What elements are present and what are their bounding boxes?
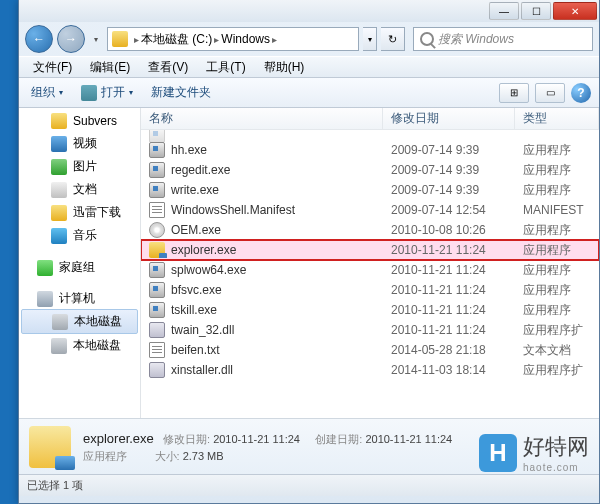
column-type[interactable]: 类型 [515, 108, 599, 129]
file-date-cell: 2009-07-14 9:39 [383, 143, 515, 157]
table-row[interactable]: twain_32.dll2010-11-21 11:24应用程序扩 [141, 320, 599, 340]
minimize-button[interactable]: — [489, 2, 519, 20]
close-button[interactable]: ✕ [553, 2, 597, 20]
table-row[interactable]: splwow64.exe2010-11-21 11:24应用程序 [141, 260, 599, 280]
open-button[interactable]: 打开 ▾ [77, 82, 137, 103]
sidebar-item[interactable]: 图片 [19, 155, 140, 178]
sidebar-local-disk-2[interactable]: 本地磁盘 [19, 334, 140, 357]
table-row[interactable]: xinstaller.dll2014-11-03 18:14应用程序扩 [141, 360, 599, 380]
sidebar-item-label: 迅雷下载 [73, 204, 121, 221]
file-date-cell: 2009-07-14 9:39 [383, 183, 515, 197]
refresh-button[interactable]: ↻ [381, 27, 405, 51]
column-headers: 名称 修改日期 类型 [141, 108, 599, 130]
status-text: 已选择 1 项 [27, 478, 83, 493]
sidebar-item[interactable]: 视频 [19, 132, 140, 155]
column-date[interactable]: 修改日期 [383, 108, 515, 129]
nav-history-dropdown[interactable]: ▾ [89, 29, 103, 49]
file-date-cell: 2010-11-21 11:24 [383, 323, 515, 337]
table-row[interactable]: regedit.exe2009-07-14 9:39应用程序 [141, 160, 599, 180]
menu-view[interactable]: 查看(V) [140, 57, 196, 78]
sidebar-item[interactable]: Subvers [19, 110, 140, 132]
address-dropdown[interactable]: ▾ [363, 27, 377, 51]
table-row[interactable]: tskill.exe2010-11-21 11:24应用程序 [141, 300, 599, 320]
table-row[interactable]: bfsvc.exe2010-11-21 11:24应用程序 [141, 280, 599, 300]
search-input[interactable]: 搜索 Windows [413, 27, 593, 51]
back-button[interactable]: ← [25, 25, 53, 53]
table-row[interactable] [141, 130, 599, 140]
file-icon [149, 222, 165, 238]
toolbar: 组织 ▾ 打开 ▾ 新建文件夹 ⊞ ▭ ? [19, 78, 599, 108]
file-date-cell: 2010-10-08 10:26 [383, 223, 515, 237]
breadcrumb-folder[interactable]: Windows [221, 32, 270, 46]
file-icon [149, 182, 165, 198]
file-name-cell: tskill.exe [141, 302, 383, 318]
sidebar-computer[interactable]: 计算机 [19, 286, 140, 309]
navbar: ← → ▾ ▸ 本地磁盘 (C:) ▸ Windows ▸ ▾ ↻ 搜索 Win… [19, 22, 599, 56]
maximize-button[interactable]: ☐ [521, 2, 551, 20]
breadcrumb-drive[interactable]: 本地磁盘 (C:) [141, 31, 212, 48]
file-icon [149, 282, 165, 298]
table-row[interactable]: explorer.exe2010-11-21 11:24应用程序 [141, 240, 599, 260]
details-modified-value: 2010-11-21 11:24 [213, 433, 300, 445]
computer-icon [37, 291, 53, 307]
breadcrumb-sep: ▸ [272, 34, 277, 45]
organize-button[interactable]: 组织 ▾ [27, 82, 67, 103]
sidebar-local-disk[interactable]: 本地磁盘 [21, 309, 138, 334]
sidebar-homegroup[interactable]: 家庭组 [19, 255, 140, 278]
file-name-cell: xinstaller.dll [141, 362, 383, 378]
sidebar-item-label: 音乐 [73, 227, 97, 244]
sidebar-item-icon [51, 159, 67, 175]
view-mode-button[interactable]: ⊞ [499, 83, 529, 103]
table-row[interactable]: beifen.txt2014-05-28 21:18文本文档 [141, 340, 599, 360]
file-list: 名称 修改日期 类型 hh.exe2009-07-14 9:39应用程序rege… [141, 108, 599, 418]
file-name-cell: WindowsShell.Manifest [141, 202, 383, 218]
file-name-cell: bfsvc.exe [141, 282, 383, 298]
column-name[interactable]: 名称 [141, 108, 383, 129]
file-name-cell: write.exe [141, 182, 383, 198]
file-date-cell: 2010-11-21 11:24 [383, 243, 515, 257]
file-date-cell: 2009-07-14 9:39 [383, 163, 515, 177]
file-name-cell: beifen.txt [141, 342, 383, 358]
sidebar-item-icon [51, 228, 67, 244]
menu-edit[interactable]: 编辑(E) [82, 57, 138, 78]
file-icon [149, 202, 165, 218]
file-name-cell: regedit.exe [141, 162, 383, 178]
file-date-cell: 2009-07-14 12:54 [383, 203, 515, 217]
file-icon [149, 242, 165, 258]
menu-file[interactable]: 文件(F) [25, 57, 80, 78]
sidebar-item-icon [51, 182, 67, 198]
content-body: Subvers视频图片文档迅雷下载音乐 家庭组 计算机 本地磁盘 本地磁盘 名称… [19, 108, 599, 418]
file-name-cell: OEM.exe [141, 222, 383, 238]
file-type-cell: 应用程序扩 [515, 362, 599, 379]
drive-icon [52, 314, 68, 330]
preview-pane-button[interactable]: ▭ [535, 83, 565, 103]
sidebar-item-icon [51, 205, 67, 221]
table-row[interactable]: WindowsShell.Manifest2009-07-14 12:54MAN… [141, 200, 599, 220]
sidebar-item[interactable]: 文档 [19, 178, 140, 201]
sidebar-item-icon [51, 136, 67, 152]
search-icon [420, 32, 434, 46]
file-date-cell: 2014-11-03 18:14 [383, 363, 515, 377]
details-modified-label: 修改日期: [163, 433, 210, 445]
file-type-cell: 应用程序 [515, 282, 599, 299]
menu-help[interactable]: 帮助(H) [256, 57, 313, 78]
help-button[interactable]: ? [571, 83, 591, 103]
drive-icon [51, 338, 67, 354]
file-icon [149, 162, 165, 178]
new-folder-button[interactable]: 新建文件夹 [147, 82, 215, 103]
explorer-window: — ☐ ✕ ← → ▾ ▸ 本地磁盘 (C:) ▸ Windows ▸ ▾ ↻ … [18, 0, 600, 504]
sidebar-item[interactable]: 迅雷下载 [19, 201, 140, 224]
search-placeholder: 搜索 Windows [438, 31, 514, 48]
address-bar[interactable]: ▸ 本地磁盘 (C:) ▸ Windows ▸ [107, 27, 359, 51]
menu-tools[interactable]: 工具(T) [198, 57, 253, 78]
table-row[interactable]: OEM.exe2010-10-08 10:26应用程序 [141, 220, 599, 240]
file-type-cell: 应用程序 [515, 162, 599, 179]
file-icon [149, 302, 165, 318]
table-row[interactable]: write.exe2009-07-14 9:39应用程序 [141, 180, 599, 200]
table-row[interactable]: hh.exe2009-07-14 9:39应用程序 [141, 140, 599, 160]
forward-button[interactable]: → [57, 25, 85, 53]
sidebar-item-label: 视频 [73, 135, 97, 152]
sidebar-item[interactable]: 音乐 [19, 224, 140, 247]
details-size-label: 大小: [155, 450, 180, 462]
file-type-cell: 应用程序扩 [515, 322, 599, 339]
